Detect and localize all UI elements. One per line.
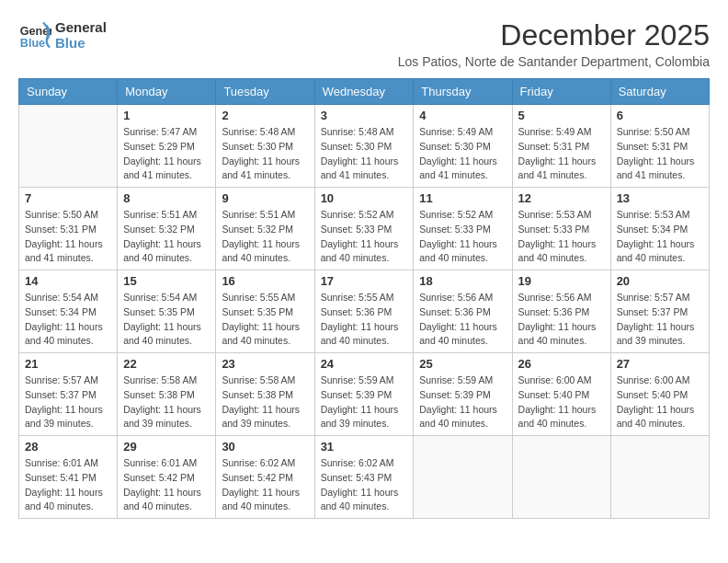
day-info: Sunrise: 6:01 AMSunset: 5:41 PMDaylight:…: [25, 456, 111, 514]
calendar-cell: 12Sunrise: 5:53 AMSunset: 5:33 PMDayligh…: [512, 188, 610, 270]
calendar-cell: 11Sunrise: 5:52 AMSunset: 5:33 PMDayligh…: [414, 188, 512, 270]
day-info: Sunrise: 5:48 AMSunset: 5:30 PMDaylight:…: [222, 125, 308, 183]
day-number: 1: [123, 109, 210, 122]
calendar-cell: 30Sunrise: 6:02 AMSunset: 5:42 PMDayligh…: [216, 436, 314, 519]
title-area: December 2025 Los Patios, Norte de Santa…: [398, 18, 710, 69]
day-info: Sunrise: 5:53 AMSunset: 5:33 PMDaylight:…: [518, 208, 605, 266]
calendar-cell: 4Sunrise: 5:49 AMSunset: 5:30 PMDaylight…: [414, 105, 512, 188]
day-info: Sunrise: 6:02 AMSunset: 5:43 PMDaylight:…: [321, 456, 408, 514]
location-subtitle: Los Patios, Norte de Santander Departmen…: [398, 54, 710, 69]
day-info: Sunrise: 5:54 AMSunset: 5:35 PMDaylight:…: [123, 291, 210, 349]
calendar-table: SundayMondayTuesdayWednesdayThursdayFrid…: [18, 78, 710, 519]
calendar-cell: [19, 105, 118, 188]
day-info: Sunrise: 5:57 AMSunset: 5:37 PMDaylight:…: [25, 373, 111, 431]
day-info: Sunrise: 5:52 AMSunset: 5:33 PMDaylight:…: [419, 208, 506, 266]
month-title: December 2025: [398, 18, 710, 52]
calendar-week-row: 28Sunrise: 6:01 AMSunset: 5:41 PMDayligh…: [19, 436, 710, 519]
day-info: Sunrise: 5:49 AMSunset: 5:31 PMDaylight:…: [518, 125, 605, 183]
calendar-cell: 28Sunrise: 6:01 AMSunset: 5:41 PMDayligh…: [19, 436, 118, 519]
day-info: Sunrise: 6:00 AMSunset: 5:40 PMDaylight:…: [617, 373, 703, 431]
calendar-cell: 29Sunrise: 6:01 AMSunset: 5:42 PMDayligh…: [118, 436, 216, 519]
day-number: 23: [222, 357, 308, 371]
calendar-cell: 24Sunrise: 5:59 AMSunset: 5:39 PMDayligh…: [314, 353, 414, 436]
calendar-cell: 10Sunrise: 5:52 AMSunset: 5:33 PMDayligh…: [314, 188, 414, 270]
day-number: 26: [518, 357, 605, 371]
calendar-cell: 5Sunrise: 5:49 AMSunset: 5:31 PMDaylight…: [512, 105, 610, 188]
logo: General Blue General Blue: [18, 18, 107, 52]
day-number: 27: [617, 357, 703, 371]
day-info: Sunrise: 5:57 AMSunset: 5:37 PMDaylight:…: [617, 291, 703, 349]
logo-line2: Blue: [55, 35, 107, 51]
calendar-cell: 19Sunrise: 5:56 AMSunset: 5:36 PMDayligh…: [512, 270, 610, 353]
calendar-cell: 14Sunrise: 5:54 AMSunset: 5:34 PMDayligh…: [19, 270, 118, 353]
calendar-cell: 16Sunrise: 5:55 AMSunset: 5:35 PMDayligh…: [216, 270, 314, 353]
day-number: 25: [419, 357, 506, 371]
calendar-week-row: 1Sunrise: 5:47 AMSunset: 5:29 PMDaylight…: [19, 105, 710, 188]
calendar-cell: [512, 436, 610, 519]
day-info: Sunrise: 5:58 AMSunset: 5:38 PMDaylight:…: [222, 373, 308, 431]
day-number: 11: [419, 191, 506, 205]
calendar-cell: 27Sunrise: 6:00 AMSunset: 5:40 PMDayligh…: [610, 353, 709, 436]
calendar-cell: 18Sunrise: 5:56 AMSunset: 5:36 PMDayligh…: [414, 270, 512, 353]
calendar-week-row: 14Sunrise: 5:54 AMSunset: 5:34 PMDayligh…: [19, 270, 710, 353]
day-number: 20: [617, 274, 703, 288]
day-number: 3: [321, 109, 408, 122]
day-number: 2: [222, 109, 308, 122]
day-number: 6: [617, 109, 703, 122]
calendar-cell: 8Sunrise: 5:51 AMSunset: 5:32 PMDaylight…: [118, 188, 216, 270]
day-number: 16: [222, 274, 308, 288]
day-number: 19: [518, 274, 605, 288]
day-number: 14: [25, 274, 111, 288]
day-number: 30: [222, 440, 308, 454]
day-number: 9: [222, 191, 308, 205]
calendar-cell: 2Sunrise: 5:48 AMSunset: 5:30 PMDaylight…: [216, 105, 314, 188]
calendar-week-row: 21Sunrise: 5:57 AMSunset: 5:37 PMDayligh…: [19, 353, 710, 436]
day-number: 29: [123, 440, 210, 454]
day-info: Sunrise: 6:00 AMSunset: 5:40 PMDaylight:…: [518, 373, 605, 431]
calendar-cell: [414, 436, 512, 519]
calendar-cell: 13Sunrise: 5:53 AMSunset: 5:34 PMDayligh…: [610, 188, 709, 270]
calendar-cell: 22Sunrise: 5:58 AMSunset: 5:38 PMDayligh…: [118, 353, 216, 436]
calendar-cell: 17Sunrise: 5:55 AMSunset: 5:36 PMDayligh…: [314, 270, 414, 353]
day-info: Sunrise: 5:47 AMSunset: 5:29 PMDaylight:…: [123, 125, 210, 183]
day-number: 28: [25, 440, 111, 454]
day-number: 4: [419, 109, 506, 122]
calendar-cell: 7Sunrise: 5:50 AMSunset: 5:31 PMDaylight…: [19, 188, 118, 270]
day-number: 10: [321, 191, 408, 205]
calendar-cell: 1Sunrise: 5:47 AMSunset: 5:29 PMDaylight…: [118, 105, 216, 188]
weekday-header-friday: Friday: [512, 79, 610, 105]
calendar-week-row: 7Sunrise: 5:50 AMSunset: 5:31 PMDaylight…: [19, 188, 710, 270]
day-info: Sunrise: 5:48 AMSunset: 5:30 PMDaylight:…: [321, 125, 408, 183]
calendar-cell: 20Sunrise: 5:57 AMSunset: 5:37 PMDayligh…: [610, 270, 709, 353]
calendar-cell: 26Sunrise: 6:00 AMSunset: 5:40 PMDayligh…: [512, 353, 610, 436]
day-info: Sunrise: 5:56 AMSunset: 5:36 PMDaylight:…: [419, 291, 506, 349]
calendar-header-row: SundayMondayTuesdayWednesdayThursdayFrid…: [19, 79, 710, 105]
day-number: 7: [25, 191, 111, 205]
day-info: Sunrise: 5:55 AMSunset: 5:35 PMDaylight:…: [222, 291, 308, 349]
calendar-cell: 15Sunrise: 5:54 AMSunset: 5:35 PMDayligh…: [118, 270, 216, 353]
weekday-header-thursday: Thursday: [414, 79, 512, 105]
calendar-cell: 25Sunrise: 5:59 AMSunset: 5:39 PMDayligh…: [414, 353, 512, 436]
weekday-header-saturday: Saturday: [610, 79, 709, 105]
day-info: Sunrise: 6:02 AMSunset: 5:42 PMDaylight:…: [222, 456, 308, 514]
day-info: Sunrise: 6:01 AMSunset: 5:42 PMDaylight:…: [123, 456, 210, 514]
svg-text:Blue: Blue: [20, 37, 45, 50]
day-info: Sunrise: 5:50 AMSunset: 5:31 PMDaylight:…: [25, 208, 111, 266]
day-number: 18: [419, 274, 506, 288]
logo-icon: General Blue: [18, 18, 51, 52]
weekday-header-wednesday: Wednesday: [314, 79, 414, 105]
day-info: Sunrise: 5:50 AMSunset: 5:31 PMDaylight:…: [617, 125, 703, 183]
day-number: 5: [518, 109, 605, 122]
day-info: Sunrise: 5:51 AMSunset: 5:32 PMDaylight:…: [123, 208, 210, 266]
logo-line1: General: [55, 19, 107, 35]
day-number: 22: [123, 357, 210, 371]
day-info: Sunrise: 5:51 AMSunset: 5:32 PMDaylight:…: [222, 208, 308, 266]
calendar-cell: 6Sunrise: 5:50 AMSunset: 5:31 PMDaylight…: [610, 105, 709, 188]
day-info: Sunrise: 5:54 AMSunset: 5:34 PMDaylight:…: [25, 291, 111, 349]
header: General Blue General Blue December 2025 …: [18, 18, 710, 69]
day-info: Sunrise: 5:58 AMSunset: 5:38 PMDaylight:…: [123, 373, 210, 431]
day-number: 13: [617, 191, 703, 205]
calendar-cell: 3Sunrise: 5:48 AMSunset: 5:30 PMDaylight…: [314, 105, 414, 188]
calendar-cell: 23Sunrise: 5:58 AMSunset: 5:38 PMDayligh…: [216, 353, 314, 436]
day-number: 31: [321, 440, 408, 454]
